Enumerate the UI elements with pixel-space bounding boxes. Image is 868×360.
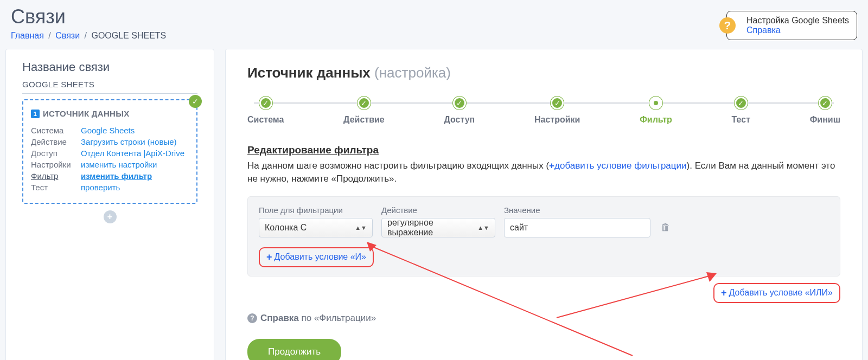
filter-section-title: Редактирование фильтра bbox=[247, 144, 840, 156]
filter-action-select[interactable]: регулярное выражение ▲▼ bbox=[381, 218, 495, 237]
source-row[interactable]: Тестпроверить bbox=[31, 183, 189, 192]
add-and-condition-button[interactable]: + Добавить условие «И» bbox=[259, 247, 374, 267]
breadcrumb-links[interactable]: Связи bbox=[55, 31, 80, 40]
source-row[interactable]: Фильтризменить фильтр bbox=[31, 171, 189, 181]
help-icon: ? bbox=[247, 313, 257, 323]
help-badge[interactable]: ? Настройка Google Sheets Справка bbox=[726, 11, 857, 40]
source-row[interactable]: Настройкиизменить настройки bbox=[31, 160, 189, 169]
step-система[interactable]: ✓Система bbox=[247, 97, 284, 125]
source-box: ✓ 1 ИСТОЧНИК ДАННЫХ СистемаGoogle Sheets… bbox=[22, 99, 197, 204]
step-dot-icon: ✓ bbox=[819, 97, 832, 110]
help-line: ? Справка по «Фильтрации» bbox=[247, 313, 840, 324]
delete-filter-button[interactable]: 🗑 bbox=[659, 218, 672, 237]
breadcrumb-home[interactable]: Главная bbox=[11, 31, 44, 40]
step-dot-icon bbox=[649, 97, 662, 110]
help-icon: ? bbox=[719, 17, 736, 34]
continue-button[interactable]: Продолжить bbox=[247, 339, 341, 360]
step-доступ[interactable]: ✓Доступ bbox=[444, 97, 475, 125]
source-icon: 1 bbox=[31, 110, 40, 118]
add-destination-button[interactable]: + bbox=[104, 210, 117, 223]
add-or-condition-button[interactable]: + Добавить условие «ИЛИ» bbox=[713, 283, 840, 303]
step-тест[interactable]: ✓Тест bbox=[732, 97, 750, 125]
step-настройки[interactable]: ✓Настройки bbox=[534, 97, 580, 125]
check-icon: ✓ bbox=[189, 95, 202, 108]
step-dot-icon: ✓ bbox=[735, 97, 748, 110]
step-dot-icon: ✓ bbox=[358, 97, 371, 110]
add-filter-inline-link[interactable]: +добавить условие фильтрации bbox=[549, 160, 686, 171]
step-финиш[interactable]: ✓Финиш bbox=[810, 97, 840, 125]
plus-icon: + bbox=[721, 287, 727, 299]
sidebar: Название связи GOOGLE SHEETS ✓ 1 ИСТОЧНИ… bbox=[5, 49, 214, 360]
filter-panel: Поле для фильтрации Колонка С ▲▼ Действи… bbox=[247, 196, 840, 277]
help-badge-link[interactable]: Справка bbox=[746, 25, 781, 35]
source-row[interactable]: СистемаGoogle Sheets bbox=[31, 126, 189, 135]
filter-section-desc: На данном шаге возможно настроить фильтр… bbox=[247, 159, 840, 185]
source-row[interactable]: ДействиеЗагрузить строки (новые) bbox=[31, 137, 189, 146]
step-фильтр[interactable]: Фильтр bbox=[640, 97, 672, 125]
step-dot-icon: ✓ bbox=[259, 97, 272, 110]
source-row[interactable]: ДоступОтдел Контента |ApiX-Drive bbox=[31, 149, 189, 158]
plus-icon: + bbox=[266, 252, 272, 263]
step-действие[interactable]: ✓Действие bbox=[343, 97, 385, 125]
content-title: Источник данных (настройка) bbox=[247, 65, 840, 81]
chevron-down-icon: ▲▼ bbox=[355, 224, 367, 231]
filter-action-label: Действие bbox=[381, 205, 495, 215]
trash-icon: 🗑 bbox=[661, 222, 671, 233]
filter-field-select[interactable]: Колонка С ▲▼ bbox=[259, 218, 373, 237]
sidebar-subtitle: GOOGLE SHEETS bbox=[22, 80, 197, 94]
stepper: ✓Система✓Действие✓Доступ✓НастройкиФильтр… bbox=[247, 97, 840, 125]
content-panel: Источник данных (настройка) ✓Система✓Дей… bbox=[225, 49, 863, 360]
filter-field-label: Поле для фильтрации bbox=[259, 205, 373, 215]
sidebar-heading: Название связи bbox=[22, 60, 197, 74]
filter-value-label: Значение bbox=[504, 205, 650, 215]
source-box-title: 1 ИСТОЧНИК ДАННЫХ bbox=[31, 109, 189, 118]
help-badge-title: Настройка Google Sheets bbox=[746, 16, 849, 25]
chevron-down-icon: ▲▼ bbox=[477, 224, 489, 231]
step-dot-icon: ✓ bbox=[453, 97, 466, 110]
filter-value-input[interactable]: сайт bbox=[504, 218, 650, 237]
breadcrumb-current: GOOGLE SHEETS bbox=[91, 31, 166, 40]
step-dot-icon: ✓ bbox=[551, 97, 564, 110]
